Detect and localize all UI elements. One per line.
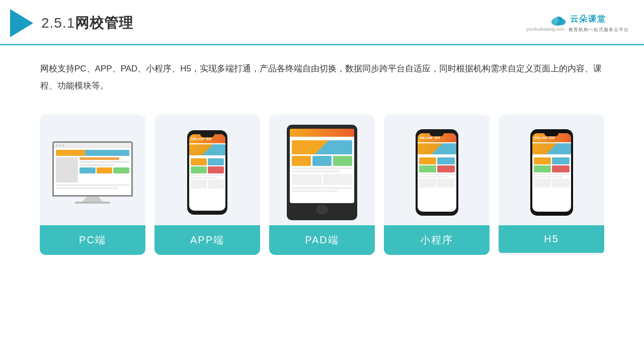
app-phone-mockup: 职场人的第一堂课: [187, 130, 227, 215]
svg-point-3: [553, 18, 559, 23]
card-h5-label: H5: [499, 225, 604, 253]
card-mini-image: 职场人的第一堂课: [384, 115, 490, 225]
card-pc: PC端: [40, 115, 145, 255]
mini-phone-screen: 职场人的第一堂课: [418, 133, 456, 212]
card-h5: 职场人的第一堂课: [499, 115, 604, 255]
pc-screen: [52, 141, 133, 197]
tablet-mockup: [287, 125, 357, 220]
card-app: 职场人的第一堂课: [154, 115, 260, 255]
card-app-image: 职场人的第一堂课: [154, 115, 260, 225]
card-pad-label: PAD端: [269, 225, 375, 255]
card-pad-image: [269, 115, 375, 225]
card-pc-label: PC端: [40, 225, 145, 255]
h5-phone-mockup: 职场人的第一堂课: [530, 129, 573, 216]
logo-area: 云朵课堂 yunduoketang.com 教育机构一站式服务云平台: [526, 14, 629, 33]
phone-notch: [200, 134, 214, 137]
mini-phone-notch: [430, 133, 444, 136]
card-h5-image: 职场人的第一堂课: [499, 115, 604, 225]
card-mini-label: 小程序: [384, 225, 490, 255]
header-left: 2.5.1网校管理: [10, 9, 133, 37]
h5-phone-notch: [544, 133, 558, 136]
pc-mockup: [52, 141, 133, 204]
cards-area: PC端 职场人的第一堂课: [0, 105, 644, 255]
page-title: 2.5.1网校管理: [41, 14, 133, 33]
h5-phone-screen: 职场人的第一堂课: [532, 133, 571, 212]
page-header: 2.5.1网校管理 云朵课堂 yunduoketang.com 教育机构一站式服…: [0, 0, 644, 45]
cloud-logo-icon: [549, 14, 568, 26]
logo-tagline: 教育机构一站式服务云平台: [569, 27, 629, 33]
logo-url: yunduoketang.com: [526, 27, 565, 32]
phone-screen: 职场人的第一堂课: [189, 134, 225, 211]
card-pad: PAD端: [269, 115, 375, 255]
description-text: 网校支持PC、APP、PAD、小程序、H5，实现多端打通，产品各终端自由切换，数…: [0, 45, 644, 105]
logo-brand: 云朵课堂: [570, 14, 606, 25]
mini-phone-mockup: 职场人的第一堂课: [416, 129, 458, 216]
card-mini: 职场人的第一堂课: [384, 115, 490, 255]
card-app-label: APP端: [154, 225, 260, 255]
card-pc-image: [40, 115, 145, 225]
play-icon: [10, 9, 33, 37]
logo-cloud: 云朵课堂: [549, 14, 606, 26]
tablet-screen: [290, 129, 354, 203]
